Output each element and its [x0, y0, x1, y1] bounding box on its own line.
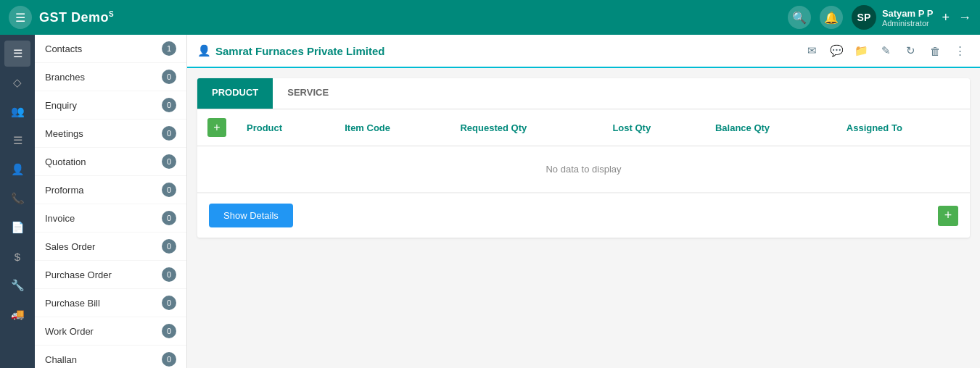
- search-button[interactable]: 🔍: [788, 6, 811, 29]
- nav-item-proforma[interactable]: Proforma 0: [35, 176, 186, 204]
- company-person-icon: 👤: [197, 44, 211, 57]
- sidebar-list-icon[interactable]: ☰: [4, 127, 30, 154]
- app-layout: ☰ ◇ 👥 ☰ 👤 📞 📄 $ 🔧 🚚 Contacts 1 Branches …: [0, 35, 980, 368]
- product-table-container: + Product Item Code Requested Qty: [197, 109, 970, 193]
- sidebar-document-icon[interactable]: 📄: [4, 214, 30, 241]
- sidebar-finance-icon[interactable]: $: [4, 243, 30, 269]
- add-row-button[interactable]: +: [207, 118, 226, 137]
- company-actions: ✉ 💬 📁 ✎ ↻ 🗑 ⋮: [802, 41, 970, 61]
- nav-item-invoice[interactable]: Invoice 0: [35, 204, 186, 233]
- table-header-item-code: Item Code: [334, 109, 450, 146]
- nav-item-enquiry[interactable]: Enquiry 0: [35, 91, 186, 120]
- tabs: PRODUCT SERVICE: [197, 78, 970, 109]
- main-card: PRODUCT SERVICE +: [197, 78, 970, 238]
- navbar-left: ☰ GST DemoS: [9, 6, 114, 29]
- nav-item-purchase-order[interactable]: Purchase Order 0: [35, 261, 186, 289]
- nav-item-sales-order[interactable]: Sales Order 0: [35, 233, 186, 261]
- nav-item-contacts[interactable]: Contacts 1: [35, 35, 186, 63]
- top-navbar: ☰ GST DemoS 🔍 🔔 SP Satyam P P Administra…: [0, 0, 980, 35]
- no-data-row: No data to display: [197, 146, 970, 193]
- email-action-button[interactable]: ✉: [802, 41, 822, 61]
- tab-product[interactable]: PRODUCT: [197, 78, 273, 109]
- table-header-balance-qty: Balance Qty: [705, 109, 836, 146]
- notification-button[interactable]: 🔔: [820, 6, 843, 29]
- hamburger-button[interactable]: ☰: [9, 6, 32, 29]
- product-table: + Product Item Code Requested Qty: [197, 109, 970, 193]
- table-header-add: +: [197, 109, 236, 146]
- company-header: 👤 Samrat Furnaces Private Limited ✉ 💬 📁 …: [187, 35, 980, 68]
- table-header-lost-qty: Lost Qty: [602, 109, 705, 146]
- more-action-button[interactable]: ⋮: [950, 41, 970, 61]
- card-footer: Show Details +: [197, 193, 970, 238]
- user-info: SP Satyam P P Administrator: [852, 5, 934, 30]
- show-details-button[interactable]: Show Details: [209, 204, 293, 227]
- sidebar-menu-icon[interactable]: ☰: [4, 41, 30, 67]
- refresh-action-button[interactable]: ↻: [900, 41, 921, 61]
- company-name-text: Samrat Furnaces Private Limited: [215, 45, 384, 57]
- nav-item-work-order[interactable]: Work Order 0: [35, 317, 186, 346]
- sidebar-people-icon[interactable]: 👥: [4, 99, 30, 125]
- footer-add-button[interactable]: +: [938, 206, 958, 226]
- avatar: SP: [852, 5, 876, 30]
- navbar-right: 🔍 🔔 SP Satyam P P Administrator + →: [788, 5, 971, 30]
- sidebar-tools-icon[interactable]: 🔧: [4, 272, 30, 298]
- user-role: Administrator: [882, 19, 934, 28]
- sidebar-dashboard-icon[interactable]: ◇: [4, 70, 30, 96]
- company-name: 👤 Samrat Furnaces Private Limited: [197, 44, 384, 57]
- tab-service[interactable]: SERVICE: [273, 78, 343, 109]
- table-header-row: + Product Item Code Requested Qty: [197, 109, 970, 146]
- no-data-cell: No data to display: [197, 146, 970, 193]
- icon-sidebar: ☰ ◇ 👥 ☰ 👤 📞 📄 $ 🔧 🚚: [0, 35, 35, 368]
- nav-item-purchase-bill[interactable]: Purchase Bill 0: [35, 289, 186, 317]
- app-title: GST DemoS: [39, 10, 114, 25]
- nav-item-meetings[interactable]: Meetings 0: [35, 120, 186, 148]
- add-button[interactable]: +: [942, 10, 950, 25]
- nav-item-challan[interactable]: Challan 0: [35, 346, 186, 368]
- user-details: Satyam P P Administrator: [882, 8, 934, 28]
- delete-action-button[interactable]: 🗑: [925, 41, 945, 61]
- user-name: Satyam P P: [882, 8, 934, 19]
- logout-button[interactable]: →: [958, 10, 971, 25]
- nav-item-branches[interactable]: Branches 0: [35, 63, 186, 91]
- table-header-assigned-to: Assigned To: [836, 109, 970, 146]
- nav-item-quotation[interactable]: Quotation 0: [35, 148, 186, 176]
- left-nav-panel: Contacts 1 Branches 0 Enquiry 0 Meetings…: [35, 35, 187, 368]
- folder-action-button[interactable]: 📁: [851, 41, 871, 61]
- table-header-product: Product: [236, 109, 334, 146]
- main-content: 👤 Samrat Furnaces Private Limited ✉ 💬 📁 …: [187, 35, 980, 368]
- sidebar-delivery-icon[interactable]: 🚚: [4, 301, 30, 327]
- content-area: PRODUCT SERVICE +: [187, 68, 980, 368]
- sidebar-phone-icon[interactable]: 📞: [4, 185, 30, 212]
- sidebar-user-icon[interactable]: 👤: [4, 156, 30, 183]
- table-header-requested-qty: Requested Qty: [450, 109, 602, 146]
- chat-action-button[interactable]: 💬: [826, 41, 847, 61]
- edit-action-button[interactable]: ✎: [876, 41, 896, 61]
